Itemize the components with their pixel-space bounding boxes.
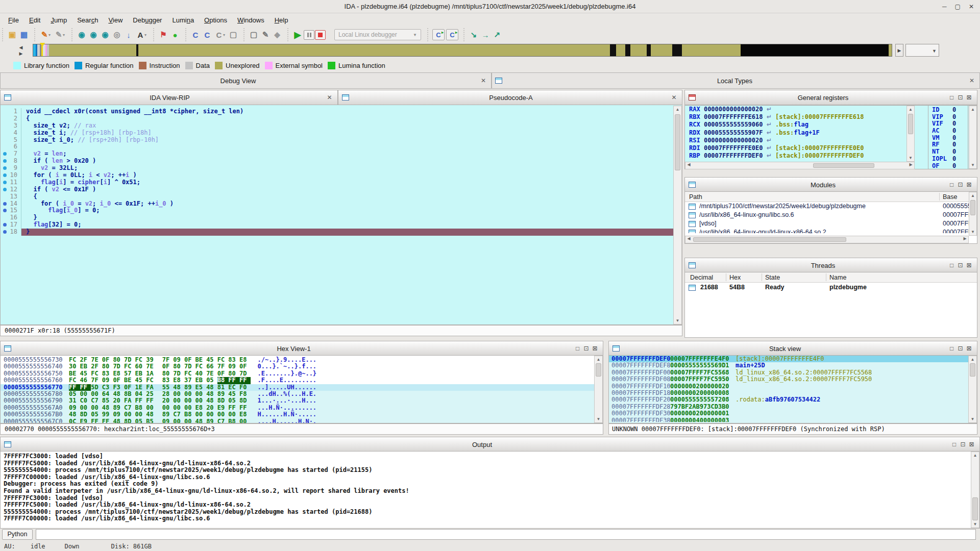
hex-byte[interactable]: 20 [206, 405, 217, 411]
open-file-icon[interactable]: ▣ [7, 29, 18, 40]
hex-byte[interactable]: 2F [91, 363, 102, 370]
lumina-icon[interactable]: ● [169, 29, 181, 40]
scroll-up-icon[interactable]: ▲ [969, 106, 976, 113]
registers-scrollbar[interactable]: ▲ ▼ [906, 106, 915, 162]
hex-byte[interactable]: F8 [239, 391, 251, 397]
maximize-pane-icon[interactable]: □ [947, 345, 956, 352]
register-value[interactable]: 00007FFFFFFFE618 [704, 113, 763, 120]
code-line[interactable]: 18} [1, 229, 682, 236]
breakpoint-dot-icon[interactable] [3, 188, 7, 191]
navigation-band-strip[interactable] [33, 44, 892, 57]
hex-byte[interactable]: 00 [91, 405, 102, 411]
hex-byte[interactable]: FC [217, 357, 229, 363]
flag-row[interactable]: ID0 [928, 107, 968, 114]
scroll-thumb[interactable] [972, 497, 978, 520]
hex-row[interactable]: 000055555555678005000064488B042528000000… [1, 391, 603, 397]
hex-byte[interactable]: 20 [162, 397, 174, 404]
column-divider[interactable] [762, 273, 762, 281]
hex-byte[interactable]: 28 [162, 391, 174, 397]
navband-scroll-right-icon[interactable]: ▶ [895, 44, 903, 57]
pseudocode-caption[interactable]: Pseudocode-A ✕ [338, 90, 682, 105]
flag-row[interactable]: NT0 [928, 148, 968, 156]
hex-byte[interactable]: 89 [113, 405, 124, 411]
code-line[interactable]: 6 [1, 143, 682, 151]
hex-byte[interactable]: 45 [80, 370, 91, 377]
cpu-flags-list[interactable]: ID0VIP0VIF0AC0VM0RF0NT0IOPL0OF0 [928, 105, 968, 169]
hex-byte[interactable]: 0C [69, 418, 80, 423]
step-over-icon[interactable]: → [480, 29, 491, 40]
hex-byte[interactable]: FF [80, 384, 91, 391]
hex-byte[interactable]: 7E [206, 370, 217, 377]
hex-byte[interactable]: B8 [184, 411, 195, 418]
hex-byte[interactable]: 8D [80, 411, 91, 418]
registers-hscrollbar[interactable]: ◀ ▶ [685, 162, 915, 169]
hex-row[interactable]: 00005555555567C00CE9FFFF488D05B509000048… [1, 418, 603, 423]
stack-value[interactable]: 0000000200000020 [670, 383, 736, 390]
hex-byte[interactable]: E8 [239, 411, 251, 418]
hex-byte[interactable]: 45 [206, 357, 217, 363]
breakpoint-dot-icon[interactable] [3, 209, 7, 212]
pause-process-icon[interactable] [304, 30, 314, 40]
code-line[interactable]: 3 size_t v2; // rax [1, 122, 682, 130]
stack-value[interactable]: 0000000200000008 [670, 390, 736, 396]
stack-row[interactable]: 00007FFFFFFFDF300000000200000001 [609, 410, 977, 417]
scroll-thumb[interactable] [596, 363, 601, 377]
hex-byte[interactable]: 05 [69, 391, 80, 397]
hex-byte[interactable]: 48 [113, 391, 124, 397]
flag-value[interactable]: 0 [952, 163, 956, 170]
stack-row[interactable]: 00007FFFFFFFDF200000555555557208.rodata:… [609, 396, 977, 403]
float-pane-icon[interactable]: ⊡ [956, 262, 965, 269]
flag-row[interactable]: OF0 [928, 163, 968, 170]
hex-byte[interactable]: 48 [113, 418, 124, 423]
hex-byte[interactable]: 2F [80, 357, 91, 363]
column-name[interactable]: Name [829, 272, 846, 283]
hex-byte[interactable]: C0 [80, 397, 91, 404]
hex-byte[interactable]: 30 [69, 363, 80, 370]
detach-process-icon[interactable]: C▸ [446, 29, 458, 40]
hex-byte[interactable]: 00 [184, 418, 195, 423]
scroll-thumb[interactable] [693, 237, 846, 242]
stack-value[interactable]: 00007FFFFFFFE4F0 [670, 356, 736, 362]
scroll-up-icon[interactable]: ▲ [971, 452, 979, 459]
hex-byte[interactable]: C7 [91, 397, 102, 404]
code-line[interactable]: 4 size_t i; // [rsp+18h] [rbp-18h] [1, 130, 682, 137]
jump-address-icon[interactable]: ↓ [123, 29, 134, 40]
breakpoint-dot-icon[interactable] [3, 173, 7, 177]
flag-value[interactable]: 0 [952, 128, 956, 135]
hex-byte[interactable]: 09 [69, 405, 80, 411]
hex-byte[interactable]: 00 [162, 405, 174, 411]
hex-byte[interactable]: FF [102, 418, 113, 423]
call-stack-icon[interactable]: C [190, 29, 201, 40]
navband-zoom-select[interactable]: ▼ [905, 44, 939, 57]
breakpoint-dot-icon[interactable] [3, 159, 7, 163]
output-scrollbar[interactable]: ▲ ▼ [971, 452, 979, 528]
modules-header[interactable]: Path Base [685, 192, 977, 202]
close-icon[interactable]: ✕ [325, 94, 334, 101]
hex-byte[interactable]: 04 [135, 391, 146, 397]
hex-byte[interactable]: FC [124, 363, 135, 370]
code-gutter[interactable]: 16 [1, 214, 21, 221]
hex-byte[interactable]: C3 [102, 384, 113, 391]
stop-process-icon[interactable] [315, 30, 326, 40]
hex-row[interactable]: 0000555555556760FC467F090FBE45FC83E837EB… [1, 377, 603, 384]
registers-caption[interactable]: General registers □ ⊡ ⊠ [684, 90, 977, 105]
code-gutter[interactable]: 14 [1, 201, 21, 208]
maximize-pane-icon[interactable]: □ [573, 345, 582, 352]
hex-byte[interactable]: 05 [228, 397, 239, 404]
hex-byte[interactable]: 00 [80, 405, 91, 411]
pseudocode-view[interactable]: 1void __cdecl x0r(const unsigned __int8 … [0, 105, 682, 325]
hex-byte[interactable]: E8 [113, 370, 124, 377]
hex-byte[interactable]: FF [228, 405, 239, 411]
hex-byte[interactable]: E8 [239, 357, 251, 363]
hex-byte[interactable]: 00 [173, 418, 184, 423]
hex-byte[interactable]: 00 [135, 411, 146, 418]
code-gutter[interactable]: 7 [1, 151, 21, 158]
stack-row[interactable]: 00007FFFFFFFDEF000007FFFFFFFE4F0[stack]:… [609, 356, 977, 362]
register-value[interactable]: 0000555555559060 [704, 121, 763, 128]
float-pane-icon[interactable]: ⊡ [959, 441, 967, 448]
hex-byte[interactable]: 7F [91, 377, 102, 384]
code-line[interactable]: 10 for ( i = 0LL; i < v2; ++i ) [1, 172, 682, 179]
hex-byte[interactable]: 83 [228, 357, 239, 363]
hex-byte[interactable]: B5 [146, 418, 157, 423]
hex-byte[interactable]: BE [195, 357, 207, 363]
